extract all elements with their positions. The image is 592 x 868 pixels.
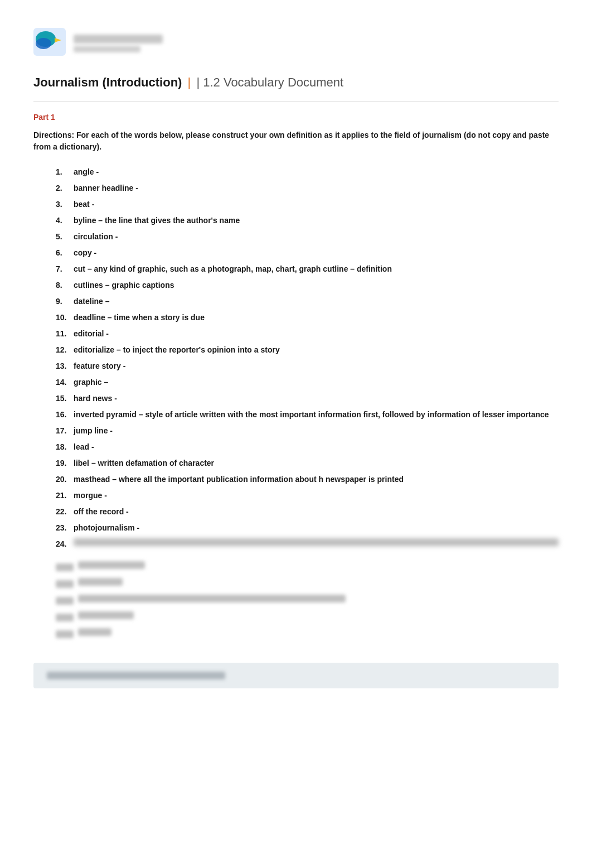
vocab-list-item-11: 11.editorial - <box>56 328 559 340</box>
vocab-num-12: 12. <box>56 344 74 356</box>
vocab-num-11: 11. <box>56 328 74 340</box>
logo-area <box>33 28 559 59</box>
vocab-list-item-3: 3.beat - <box>56 199 559 210</box>
vocab-list-item-4: 4.byline – the line that gives the autho… <box>56 215 559 226</box>
vocab-num-20: 20. <box>56 474 74 485</box>
vocab-term-24 <box>74 538 559 546</box>
vocab-num-10: 10. <box>56 312 74 324</box>
vocab-num-2: 2. <box>56 182 74 194</box>
vocab-list: 1.angle -2.banner headline -3.beat -4.by… <box>56 166 559 550</box>
vocab-list-item-18: 18.lead - <box>56 441 559 453</box>
vocab-list-item-9: 9.dateline – <box>56 296 559 307</box>
blurred-num-25 <box>56 563 74 571</box>
vocab-num-4: 4. <box>56 215 74 226</box>
vocab-term-9: dateline – <box>74 296 559 307</box>
blurred-num-28 <box>56 614 74 621</box>
vocab-list-item-24: 24. <box>56 538 559 550</box>
vocab-list-item-14: 14.graphic – <box>56 377 559 388</box>
vocab-num-23: 23. <box>56 522 74 534</box>
vocab-list-item-17: 17.jump line - <box>56 425 559 437</box>
vocab-list-item-20: 20.masthead – where all the important pu… <box>56 474 559 485</box>
vocab-num-3: 3. <box>56 199 74 210</box>
vocab-num-5: 5. <box>56 231 74 243</box>
vocab-term-20: masthead – where all the important publi… <box>74 474 559 485</box>
vocab-num-24: 24. <box>56 538 74 550</box>
page-title-subtitle: | 1.2 Vocabulary Document <box>196 75 343 89</box>
vocab-term-13: feature story - <box>74 360 559 372</box>
vocab-term-4: byline – the line that gives the author'… <box>74 215 559 226</box>
blurred-item-27 <box>56 595 559 607</box>
vocab-list-item-19: 19.libel – written defamation of charact… <box>56 457 559 469</box>
vocab-list-item-16: 16.inverted pyramid – style of article w… <box>56 409 559 421</box>
blurred-text-25 <box>78 561 145 569</box>
vocab-term-10: deadline – time when a story is due <box>74 312 559 324</box>
logo-subtitle-blurred <box>74 46 140 52</box>
blurred-continuation <box>56 561 559 640</box>
vocab-term-19: libel – written defamation of character <box>74 457 559 469</box>
page-wrapper: Journalism (Introduction) | | 1.2 Vocabu… <box>0 0 592 722</box>
vocab-num-17: 17. <box>56 425 74 437</box>
vocab-term-12: editorialize – to inject the reporter's … <box>74 344 559 356</box>
vocab-num-8: 8. <box>56 279 74 291</box>
vocab-num-21: 21. <box>56 490 74 501</box>
vocab-term-15: hard news - <box>74 393 559 404</box>
blurred-item-29 <box>56 628 559 640</box>
vocab-list-item-21: 21.morgue - <box>56 490 559 501</box>
vocab-list-item-1: 1.angle - <box>56 166 559 178</box>
vocab-num-16: 16. <box>56 409 74 421</box>
vocab-term-21: morgue - <box>74 490 559 501</box>
vocab-term-18: lead - <box>74 441 559 453</box>
vocab-list-item-5: 5.circulation - <box>56 231 559 243</box>
vocab-num-1: 1. <box>56 166 74 178</box>
title-divider <box>33 101 559 102</box>
vocab-term-7: cut – any kind of graphic, such as a pho… <box>74 263 559 275</box>
app-logo-icon <box>33 28 67 59</box>
vocab-num-14: 14. <box>56 377 74 388</box>
vocab-term-3: beat - <box>74 199 559 210</box>
vocab-list-item-6: 6.copy - <box>56 247 559 259</box>
blurred-text-28 <box>78 611 134 619</box>
svg-point-3 <box>36 38 51 49</box>
vocab-list-item-15: 15.hard news - <box>56 393 559 404</box>
logo-text <box>74 35 163 52</box>
vocab-term-8: cutlines – graphic captions <box>74 279 559 291</box>
footer-bar <box>33 663 559 688</box>
vocab-list-item-7: 7.cut – any kind of graphic, such as a p… <box>56 263 559 275</box>
blurred-item-25 <box>56 561 559 573</box>
vocab-term-17: jump line - <box>74 425 559 437</box>
footer-bar-text <box>47 672 225 679</box>
vocab-list-item-12: 12.editorialize – to inject the reporter… <box>56 344 559 356</box>
vocab-term-1: angle - <box>74 166 559 178</box>
page-title-bold: Journalism (Introduction) <box>33 75 182 89</box>
vocab-num-13: 13. <box>56 360 74 372</box>
logo-title-blurred <box>74 35 163 44</box>
vocab-term-23: photojournalism - <box>74 522 559 534</box>
vocab-term-14: graphic – <box>74 377 559 388</box>
vocab-term-16: inverted pyramid – style of article writ… <box>74 409 559 421</box>
vocab-num-7: 7. <box>56 263 74 275</box>
title-separator: | <box>188 75 195 89</box>
vocab-num-18: 18. <box>56 441 74 453</box>
vocab-term-11: editorial - <box>74 328 559 340</box>
vocab-list-item-8: 8.cutlines – graphic captions <box>56 279 559 291</box>
vocab-num-19: 19. <box>56 457 74 469</box>
vocab-term-6: copy - <box>74 247 559 259</box>
vocab-term-22: off the record - <box>74 506 559 518</box>
directions-text: Directions: For each of the words below,… <box>33 129 559 153</box>
blurred-text-29 <box>78 628 111 636</box>
vocab-term-2: banner headline - <box>74 182 559 194</box>
blurred-text-27 <box>78 595 346 602</box>
vocab-num-9: 9. <box>56 296 74 307</box>
blurred-num-26 <box>56 580 74 588</box>
blurred-num-27 <box>56 597 74 605</box>
vocab-term-5: circulation - <box>74 231 559 243</box>
blurred-item-26 <box>56 578 559 590</box>
vocab-list-item-2: 2.banner headline - <box>56 182 559 194</box>
vocab-list-item-23: 23.photojournalism - <box>56 522 559 534</box>
vocab-num-6: 6. <box>56 247 74 259</box>
page-title: Journalism (Introduction) | | 1.2 Vocabu… <box>33 75 559 90</box>
vocab-list-item-13: 13.feature story - <box>56 360 559 372</box>
blurred-text-26 <box>78 578 123 586</box>
part-label: Part 1 <box>33 113 559 122</box>
blurred-num-29 <box>56 630 74 638</box>
